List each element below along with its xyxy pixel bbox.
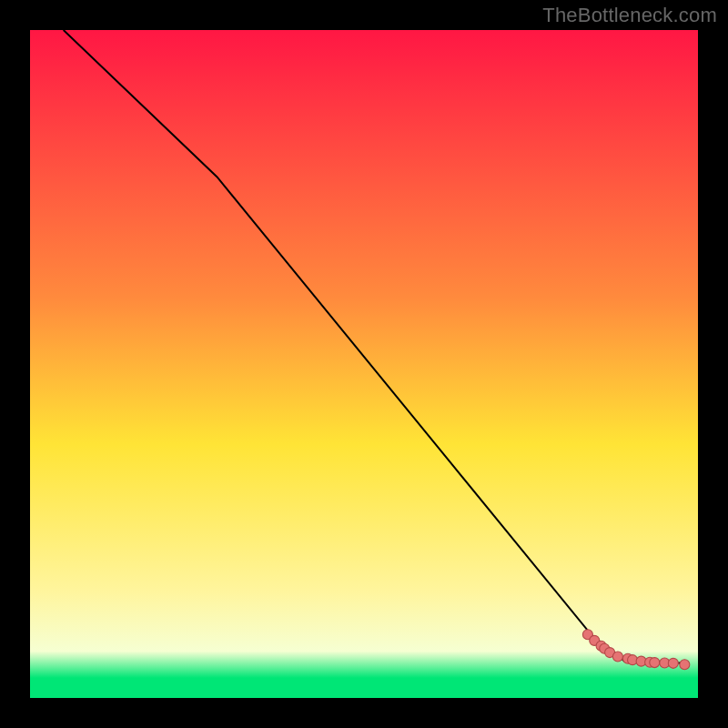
- sample-dot: [668, 658, 678, 668]
- sample-dot: [650, 658, 660, 668]
- chart-overlay: [30, 30, 698, 698]
- bottleneck-curve: [64, 30, 685, 663]
- sample-dot: [680, 660, 690, 670]
- chart-stage: TheBottleneck.com: [0, 0, 728, 728]
- watermark-text: TheBottleneck.com: [542, 4, 717, 27]
- plot-area: [30, 30, 698, 698]
- sample-points: [582, 630, 689, 670]
- sample-dot: [612, 652, 622, 662]
